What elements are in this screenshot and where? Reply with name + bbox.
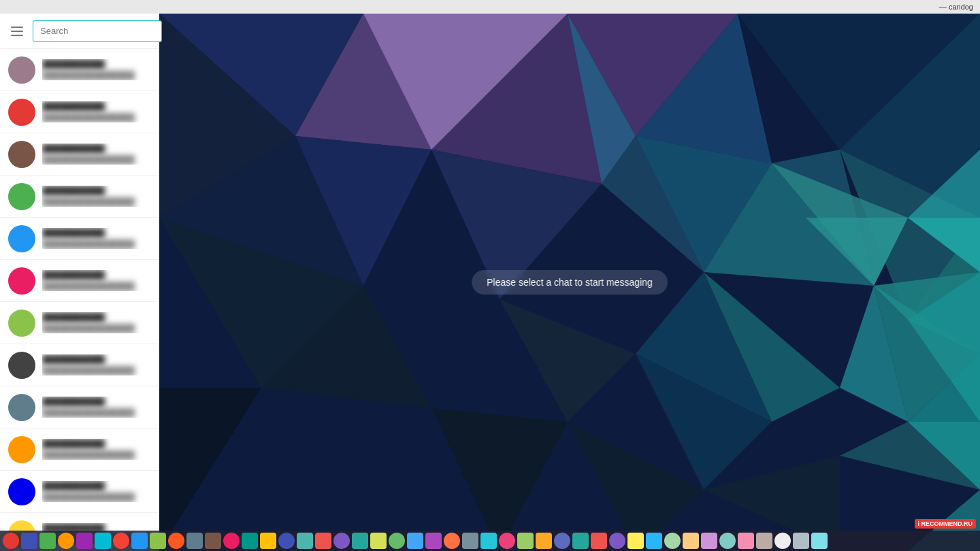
taskbar-app-icon[interactable] [444, 533, 460, 549]
taskbar-app-icon[interactable] [646, 533, 662, 549]
chat-info: ██████████████████████████ [42, 270, 151, 291]
chat-list-item[interactable]: ██████████████████████████ [0, 133, 159, 176]
taskbar-app-icon[interactable] [664, 533, 681, 549]
hamburger-line-1 [11, 27, 23, 28]
avatar [8, 225, 35, 252]
taskbar-app-icon[interactable] [21, 533, 37, 549]
taskbar-app-icon[interactable] [150, 533, 166, 549]
chat-info: ██████████████████████████ [42, 144, 151, 165]
avatar [8, 436, 35, 463]
taskbar-app-icon[interactable] [425, 533, 442, 549]
search-input[interactable] [33, 20, 162, 42]
taskbar-app-icon[interactable] [352, 533, 368, 549]
taskbar-app-icon[interactable] [58, 533, 74, 549]
chat-info: ██████████████████████████ [42, 101, 151, 122]
chat-info: ██████████████████████████ [42, 439, 151, 460]
taskbar-app-icon[interactable] [370, 533, 387, 549]
chat-name: ██████████ [42, 354, 151, 365]
taskbar-app-icon[interactable] [811, 533, 828, 549]
taskbar-app-icon[interactable] [333, 533, 350, 549]
taskbar-app-icon[interactable] [499, 533, 515, 549]
taskbar-app-icon[interactable] [113, 533, 129, 549]
hamburger-line-2 [11, 31, 23, 32]
avatar [8, 141, 35, 168]
avatar [8, 99, 35, 126]
taskbar-app-icon[interactable] [719, 533, 736, 549]
taskbar-app-icon[interactable] [554, 533, 570, 549]
taskbar-app-icon[interactable] [223, 533, 240, 549]
chat-preview: ████████████████ [42, 239, 151, 249]
taskbar-app-icon[interactable] [774, 533, 791, 549]
main-area: Please select a chat to start messaging [159, 14, 980, 551]
taskbar-app-icon[interactable] [168, 533, 184, 549]
taskbar-app-icon[interactable] [315, 533, 331, 549]
chat-list-item[interactable]: ██████████████████████████ [0, 176, 159, 218]
chat-list-item[interactable]: ██████████████████████████ [0, 218, 159, 260]
taskbar-app-icon[interactable] [480, 533, 497, 549]
chat-info: ██████████████████████████ [42, 59, 151, 80]
chat-info: ██████████████████████████ [42, 312, 151, 333]
chat-preview: ████████████████ [42, 71, 151, 80]
app-container: ████████████████████████████████████████… [0, 14, 980, 551]
recommend-watermark: i RECOMMEND.RU [915, 519, 977, 529]
taskbar-app-icon[interactable] [242, 533, 258, 549]
taskbar-app-icon[interactable] [76, 533, 93, 549]
taskbar-app-icon[interactable] [683, 533, 699, 549]
sidebar-header [0, 14, 159, 49]
avatar [8, 478, 35, 505]
taskbar-app-icon[interactable] [738, 533, 754, 549]
taskbar-app-icon[interactable] [517, 533, 534, 549]
taskbar-app-icon[interactable] [297, 533, 313, 549]
avatar [8, 267, 35, 295]
taskbar-app-icon[interactable] [609, 533, 625, 549]
taskbar-app-icon[interactable] [627, 533, 644, 549]
chat-preview: ████████████████ [42, 324, 151, 333]
taskbar-app-icon[interactable] [39, 533, 56, 549]
chat-list-item[interactable]: ██████████████████████████ [0, 386, 159, 429]
taskbar-app-icon[interactable] [701, 533, 717, 549]
chat-list-item[interactable]: ██████████████████████████ [0, 91, 159, 133]
taskbar-app-icon[interactable] [205, 533, 221, 549]
taskbar-app-icon[interactable] [536, 533, 552, 549]
avatar [8, 310, 35, 337]
taskbar-app-icon[interactable] [462, 533, 478, 549]
chat-preview: ████████████████ [42, 155, 151, 165]
hamburger-button[interactable] [8, 24, 26, 39]
chat-list-item[interactable]: ██████████████████████████ [0, 260, 159, 302]
taskbar-app-icon[interactable] [278, 533, 295, 549]
hamburger-line-3 [11, 35, 23, 36]
taskbar-app-icon[interactable] [186, 533, 203, 549]
avatar [8, 56, 35, 84]
taskbar-app-icon[interactable] [591, 533, 607, 549]
chat-list-item[interactable]: ██████████████████████████ [0, 49, 159, 91]
taskbar-app-icon[interactable] [793, 533, 809, 549]
chat-list-item[interactable]: ██████████████████████████ [0, 429, 159, 471]
chat-name: ██████████ [42, 439, 151, 449]
taskbar-app-icon[interactable] [3, 533, 19, 549]
avatar [8, 394, 35, 421]
chat-preview: ████████████████ [42, 197, 151, 207]
select-chat-message: Please select a chat to start messaging [472, 270, 668, 295]
taskbar-app-icon[interactable] [389, 533, 405, 549]
title-bar: — candog [0, 0, 980, 14]
taskbar-app-icon[interactable] [572, 533, 589, 549]
chat-preview: ████████████████ [42, 366, 151, 375]
chat-list-item[interactable]: ██████████████████████████ [0, 344, 159, 386]
avatar [8, 352, 35, 379]
taskbar-app-icon[interactable] [260, 533, 276, 549]
chat-preview: ████████████████ [42, 492, 151, 502]
chat-name: ██████████ [42, 144, 151, 154]
taskbar-app-icon[interactable] [756, 533, 772, 549]
chat-name: ██████████ [42, 481, 151, 491]
taskbar-app-icon[interactable] [131, 533, 148, 549]
chat-name: ██████████ [42, 186, 151, 196]
title-bar-text: — candog [939, 3, 973, 11]
sidebar: ████████████████████████████████████████… [0, 14, 159, 551]
taskbar-app-icon[interactable] [407, 533, 423, 549]
chat-info: ██████████████████████████ [42, 228, 151, 249]
chat-list-item[interactable]: ██████████████████████████ [0, 302, 159, 344]
chat-list-item[interactable]: ██████████████████████████ [0, 471, 159, 513]
chat-preview: ████████████████ [42, 282, 151, 291]
chat-name: ██████████ [42, 270, 151, 280]
taskbar-app-icon[interactable] [95, 533, 111, 549]
